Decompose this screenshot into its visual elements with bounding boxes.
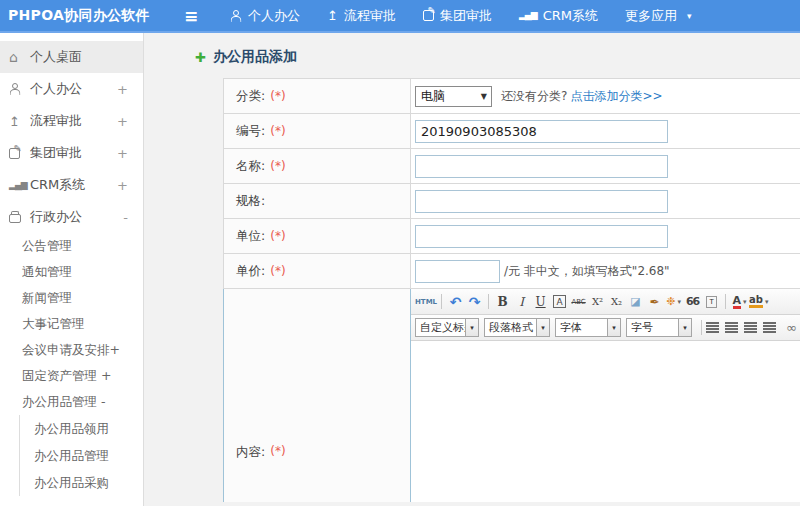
custom-title-dropdown[interactable]: 自定义标题 ▾	[415, 318, 479, 337]
sidebar-item-office-supplies-mgmt[interactable]: 办公用品管理 -	[0, 389, 143, 415]
page-title: ✚ 办公用品添加	[195, 48, 800, 66]
insert-link-button[interactable]: ∞	[782, 318, 800, 337]
sidebar-item-news-mgmt[interactable]: 新闻管理	[0, 285, 143, 311]
main-content: ✚ 办公用品添加 分类: (*) 电脑 ▼ 还没有分类? 点击添加分类>>	[144, 33, 800, 506]
category-select[interactable]: 电脑 ▼	[415, 86, 492, 107]
expand-toggle[interactable]: +	[117, 82, 128, 97]
bold-button[interactable]: B	[493, 292, 512, 311]
nav-personal-office[interactable]: 个人办公	[230, 7, 300, 25]
expand-toggle[interactable]: +	[117, 178, 128, 193]
nav-label: 个人办公	[248, 7, 300, 25]
superscript-button[interactable]: X²	[588, 292, 607, 311]
align-left-button[interactable]	[706, 322, 719, 333]
align-center-button[interactable]	[725, 322, 738, 333]
nav-label: 集团审批	[440, 7, 492, 25]
sidebar-item-notice-mgmt[interactable]: 通知管理	[0, 259, 143, 285]
page-title-text: 办公用品添加	[213, 48, 297, 66]
price-input[interactable]	[415, 260, 500, 283]
dropdown-value: 字号	[627, 320, 678, 335]
export-icon: ↥	[9, 115, 20, 128]
nav-crm-system[interactable]: ▂▄▆ CRM系统	[519, 7, 598, 25]
label-text: 编号:	[236, 123, 265, 140]
label-text: 单位:	[236, 228, 265, 245]
add-supplies-form: 分类: (*) 电脑 ▼ 还没有分类? 点击添加分类>> 编号: (*)	[223, 78, 800, 502]
underline-button[interactable]: U	[531, 292, 550, 311]
sidebar-item-fixed-assets-mgmt[interactable]: 固定资产管理 +	[0, 363, 143, 389]
nav-more-apps[interactable]: 更多应用 ▾	[625, 7, 692, 25]
blockquote-button[interactable]: 66	[683, 292, 702, 311]
label-text: 内容:	[236, 444, 265, 461]
sidebar-item-group-approval[interactable]: 集团审批 +	[0, 137, 143, 169]
italic-button[interactable]: I	[512, 292, 531, 311]
form-row-name: 名称: (*)	[224, 149, 800, 184]
subscript-button[interactable]: X₂	[607, 292, 626, 311]
chevron-down-icon: ▾	[536, 319, 549, 336]
nav-label: 流程审批	[344, 7, 396, 25]
category-hint: 还没有分类?	[501, 88, 567, 105]
office-supplies-submenu: 办公用品领用 办公用品管理 办公用品采购	[19, 415, 143, 496]
label-text: 规格:	[236, 193, 265, 210]
dropdown-value: 段落格式	[485, 320, 536, 335]
field-label: 单位: (*)	[224, 219, 411, 253]
nav-process-approval[interactable]: ↥ 流程审批	[327, 7, 396, 25]
char-border-button[interactable]: A	[553, 295, 566, 308]
nav-label: 更多应用	[625, 7, 677, 25]
required-mark: (*)	[270, 124, 285, 138]
highlight-color-button[interactable]: ab ▾	[749, 292, 768, 311]
font-family-dropdown[interactable]: 字体 ▾	[555, 318, 621, 337]
paragraph-format-dropdown[interactable]: 段落格式 ▾	[484, 318, 550, 337]
app-logo: PHPOA协同办公软件	[0, 7, 184, 25]
bar-chart-icon: ▂▄▆	[9, 181, 27, 190]
paste-plain-text-button[interactable]: T	[706, 296, 717, 308]
undo-button[interactable]: ↶	[446, 292, 465, 311]
sidebar-item-supplies-management[interactable]: 办公用品管理	[20, 442, 143, 469]
sidebar-item-supplies-requisition[interactable]: 办公用品领用	[20, 415, 143, 442]
sidebar-item-label: CRM系统	[30, 176, 117, 194]
sidebar-item-personal-desktop[interactable]: ⌂ 个人桌面	[0, 41, 143, 73]
category-select-value: 电脑	[421, 88, 445, 105]
nav-group-approval[interactable]: 集团审批	[423, 7, 492, 25]
code-input[interactable]	[415, 120, 668, 143]
strikethrough-button[interactable]: ABC	[569, 292, 588, 311]
spec-input[interactable]	[415, 190, 668, 213]
sidebar-item-meeting-mgmt[interactable]: 会议申请及安排+	[0, 337, 143, 363]
editor-toolbar-row1: HTML ↶ ↷ B I U A ABC X² X₂ ◪	[411, 289, 800, 315]
sidebar-item-announcement-mgmt[interactable]: 公告管理	[0, 233, 143, 259]
bar-chart-icon: ▂▄▆	[519, 11, 537, 20]
auto-typeset-button[interactable]: ❉ ▾	[664, 292, 683, 311]
toolbar-separator	[441, 294, 442, 309]
sidebar-item-supplies-purchase[interactable]: 办公用品采购	[20, 469, 143, 496]
font-color-button[interactable]: A ▾	[730, 292, 749, 311]
redo-button[interactable]: ↷	[465, 292, 484, 311]
editor-content-area[interactable]	[411, 341, 800, 502]
align-right-button[interactable]	[744, 322, 757, 333]
dropdown-value: 自定义标题	[416, 320, 465, 335]
nav-label: CRM系统	[543, 7, 598, 25]
sidebar-item-process-approval[interactable]: ↥ 流程审批 +	[0, 105, 143, 137]
expand-toggle[interactable]: +	[117, 114, 128, 129]
briefcase-icon	[9, 214, 21, 223]
add-category-link[interactable]: 点击添加分类>>	[570, 88, 662, 105]
sidebar-item-memorabilia-mgmt[interactable]: 大事记管理	[0, 311, 143, 337]
person-icon	[230, 10, 242, 22]
remove-format-button[interactable]: ◪	[626, 292, 645, 311]
hamburger-menu-icon[interactable]: ≡	[184, 6, 230, 26]
name-input[interactable]	[415, 155, 668, 178]
label-text: 名称:	[236, 158, 265, 175]
sidebar-item-admin-office[interactable]: 行政办公 -	[0, 201, 143, 233]
sidebar-item-crm-system[interactable]: ▂▄▆ CRM系统 +	[0, 169, 143, 201]
sidebar-item-personal-office[interactable]: 个人办公 +	[0, 73, 143, 105]
unit-input[interactable]	[415, 225, 668, 248]
sidebar-item-label: 个人办公	[30, 80, 117, 98]
label-text: 分类:	[236, 88, 265, 105]
toolbar-separator	[701, 320, 702, 335]
font-size-dropdown[interactable]: 字号 ▾	[626, 318, 692, 337]
required-mark: (*)	[270, 89, 285, 103]
format-painter-button[interactable]: ✒	[645, 292, 664, 311]
html-source-button[interactable]: HTML	[415, 292, 437, 311]
collapse-toggle[interactable]: -	[123, 210, 128, 225]
form-row-code: 编号: (*)	[224, 114, 800, 149]
justify-button[interactable]	[763, 322, 776, 333]
expand-toggle[interactable]: +	[117, 146, 128, 161]
highlight-icon: ab	[749, 295, 763, 308]
